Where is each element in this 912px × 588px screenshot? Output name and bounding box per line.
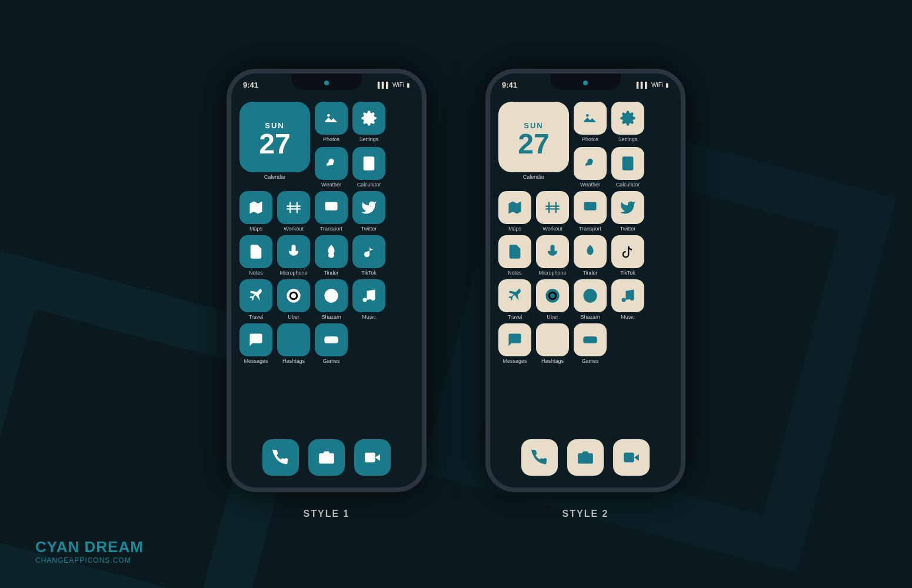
top-icon-row1: Photos Settings [315,102,385,142]
app-weather-2[interactable]: Weather [574,147,607,188]
time-display-2: 9:41 [502,81,517,89]
svg-point-78 [594,340,595,341]
weather-svg-2 [582,155,598,172]
dock-camera-2[interactable] [567,439,604,476]
settings-icon-bg-2 [611,102,644,135]
dock-facetime[interactable] [354,439,391,476]
app-tinder[interactable]: Tinder [315,235,348,276]
svg-point-50 [627,166,628,168]
app-messages-2[interactable]: Messages [498,323,531,364]
svg-marker-40 [375,454,380,461]
svg-point-39 [324,456,329,461]
top-row-2: SUN 27 Calendar Photos [498,102,673,188]
app-transport[interactable]: Transport [315,191,348,232]
microphone-svg [285,243,302,260]
app-messages[interactable]: Messages [239,323,272,364]
app-maps[interactable]: Maps [239,191,272,232]
app-calculator[interactable]: Calculator [352,147,385,188]
app-twitter-2[interactable]: Twitter [611,191,644,232]
app-microphone[interactable]: Microphone [277,235,310,276]
shazam-label: Shazam [321,314,341,320]
notes-icon-bg [239,235,272,268]
dock-camera[interactable] [308,439,345,476]
maps-svg-2 [507,199,523,216]
svg-rect-4 [365,159,372,162]
app-workout-2[interactable]: Workout [536,191,569,232]
games-label-2: Games [581,358,598,364]
app-workout[interactable]: Workout [277,191,310,232]
photos-icon-bg-2 [574,102,607,135]
transport-svg-2 [582,199,598,216]
dock-facetime-2[interactable] [613,439,650,476]
svg-rect-45 [624,159,631,162]
photos-label-2: Photos [582,136,598,142]
dock-phone[interactable] [262,439,299,476]
app-games[interactable]: Games [315,323,348,364]
app-tinder-2[interactable]: Tinder [574,235,607,276]
status-icons-2: ▌▌▌ WiFi ▮ [637,82,669,88]
svg-point-46 [624,163,625,165]
maps-label: Maps [249,226,262,232]
app-uber[interactable]: Uber [277,279,310,320]
app-notes-2[interactable]: Notes [498,235,531,276]
phone-section-style2: 9:41 ▌▌▌ WiFi ▮ SUN 27 [485,69,685,519]
app-hashtags-2[interactable]: Hashtags [536,323,569,364]
app-photos[interactable]: Photos [315,102,348,142]
app-tiktok[interactable]: TikTok [352,235,385,276]
transport-icon-bg [315,191,348,224]
travel-svg [248,288,264,304]
app-row-5: Messages Hashtags Games [239,323,414,364]
app-photos-2[interactable]: Photos [574,102,607,142]
settings-svg [361,110,377,126]
svg-line-72 [550,334,551,346]
dock-phone-2[interactable] [521,439,558,476]
svg-rect-13 [325,202,338,211]
twitter-svg [361,199,377,216]
app-transport-2[interactable]: Transport [574,191,607,232]
svg-point-48 [630,163,631,165]
app-maps-2[interactable]: Maps [498,191,531,232]
photos-label: Photos [323,136,339,142]
status-bar-2: 9:41 ▌▌▌ WiFi ▮ [490,74,681,96]
app-tiktok-2[interactable]: TikTok [611,235,644,276]
style1-label: STYLE 1 [304,509,350,519]
app-settings-2[interactable]: Settings [611,102,644,142]
top-icon-row1-2: Photos Settings [574,102,644,142]
app-twitter[interactable]: Twitter [352,191,385,232]
app-calculator-2[interactable]: Calculator [611,147,644,188]
app-microphone-2[interactable]: Microphone [536,235,569,276]
phone-frame-style1: 9:41 ▌▌▌ WiFi ▮ SUN [227,69,427,492]
svg-rect-58 [591,204,594,206]
notes-label: Notes [249,270,263,276]
app-settings[interactable]: Settings [352,102,385,142]
hashtags-label: Hashtags [282,358,305,364]
app-music-2[interactable]: Music [611,279,644,320]
notes-label-2: Notes [508,270,522,276]
app-hashtags[interactable]: Hashtags [277,323,310,364]
app-music[interactable]: Music [352,279,385,320]
svg-line-32 [291,334,292,346]
calendar-widget-wrap-2[interactable]: SUN 27 Calendar [498,102,569,180]
app-travel-2[interactable]: Travel [498,279,531,320]
app-weather[interactable]: Weather [315,147,348,188]
music-label-2: Music [621,314,635,320]
settings-icon-bg [352,102,385,135]
games-svg [323,332,339,348]
app-uber-2[interactable]: Uber [536,279,569,320]
app-shazam[interactable]: Shazam [315,279,348,320]
calendar-widget-wrap[interactable]: SUN 27 Calendar [239,102,310,180]
app-travel[interactable]: Travel [239,279,272,320]
phone-section-style1: 9:41 ▌▌▌ WiFi ▮ SUN [227,69,427,519]
travel-icon-bg [239,279,272,312]
maps-icon-bg [239,191,272,224]
phone-icon-2 [531,449,548,466]
app-games-2[interactable]: Games [574,323,607,364]
tiktok-icon-bg [352,235,385,268]
app-notes[interactable]: Notes [239,235,272,276]
svg-point-29 [371,296,375,300]
side-button-left1-2 [485,150,487,173]
tiktok-svg-2 [620,243,636,260]
tinder-label: Tinder [324,270,338,276]
app-shazam-2[interactable]: Shazam [574,279,607,320]
workout-svg-2 [544,199,561,216]
